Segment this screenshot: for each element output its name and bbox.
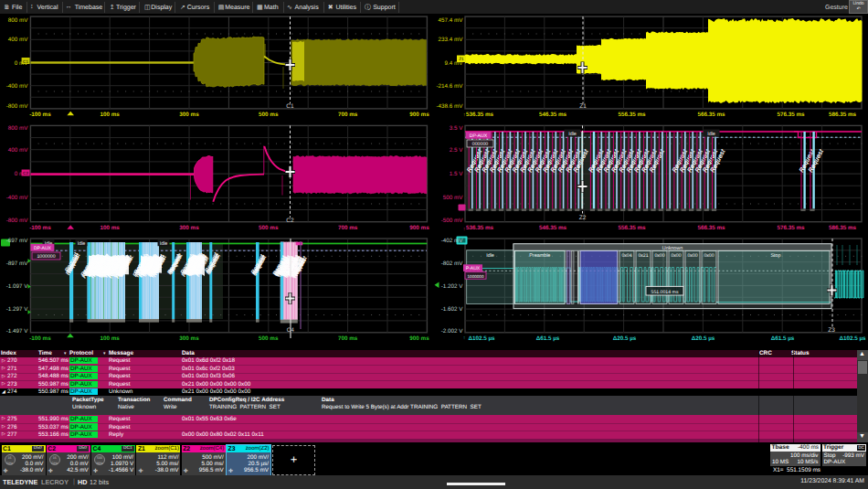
svg-text:566.35 ms: 566.35 ms xyxy=(697,225,725,231)
svg-text:900 ms: 900 ms xyxy=(409,112,429,118)
svg-text:3.5 V: 3.5 V xyxy=(450,125,464,132)
svg-text:-1.297 V: -1.297 V xyxy=(6,306,29,313)
svg-text:000000: 000000 xyxy=(472,142,488,147)
svg-text:Δ61.5 µs: Δ61.5 µs xyxy=(536,335,560,342)
svg-text:900 ms: 900 ms xyxy=(409,225,429,231)
svg-text:100 ms: 100 ms xyxy=(101,335,121,342)
svg-text:586.35 ms: 586.35 ms xyxy=(829,112,857,118)
svg-text:↑: ↑ xyxy=(463,335,466,341)
svg-text:-100 ms: -100 ms xyxy=(29,112,51,118)
svg-text:-800 mV: -800 mV xyxy=(6,218,29,224)
svg-text:Idle: Idle xyxy=(707,132,715,137)
svg-text:C4: C4 xyxy=(287,327,295,334)
svg-text:-400 mV: -400 mV xyxy=(6,195,29,201)
svg-text:500 mV: 500 mV xyxy=(443,195,464,201)
svg-text:400 mV: 400 mV xyxy=(8,147,29,154)
svg-text:-400 mV: -400 mV xyxy=(6,83,29,90)
svg-text:536.35 ms: 536.35 ms xyxy=(466,112,494,118)
svg-text:Z3: Z3 xyxy=(828,327,835,334)
svg-text:1000000: 1000000 xyxy=(468,274,484,279)
svg-text:↑: ↑ xyxy=(463,227,466,232)
svg-text:536.35 ms: 536.35 ms xyxy=(466,225,494,231)
svg-text:-697 mV: -697 mV xyxy=(6,238,29,244)
svg-text:-802 mV: -802 mV xyxy=(441,260,464,267)
svg-text:586.35 ms: 586.35 ms xyxy=(829,225,857,231)
svg-text:C2: C2 xyxy=(286,218,294,224)
svg-text:300 ms: 300 ms xyxy=(179,112,199,118)
svg-text:900 ms: 900 ms xyxy=(409,335,429,342)
svg-text:Idle: Idle xyxy=(568,132,577,137)
svg-text:C1: C1 xyxy=(286,103,294,110)
svg-text:0x00: 0x00 xyxy=(654,253,664,259)
svg-text:DP-AUX: DP-AUX xyxy=(470,133,488,139)
svg-text:P-AUX: P-AUX xyxy=(466,266,481,271)
svg-text:-800 mV: -800 mV xyxy=(6,103,29,110)
svg-text:-1.602 V: -1.602 V xyxy=(441,306,464,313)
svg-text:Z1: Z1 xyxy=(579,103,587,110)
svg-text:100 ms: 100 ms xyxy=(101,225,121,231)
svg-text:Idle: Idle xyxy=(160,241,168,247)
svg-text:↑: ↑ xyxy=(463,112,466,118)
svg-text:800 mV: 800 mV xyxy=(8,125,29,132)
svg-text:Δ102.5 µs: Δ102.5 µs xyxy=(468,335,495,342)
svg-text:551.0014 ms: 551.0014 ms xyxy=(651,290,679,295)
svg-text:-2.002 V: -2.002 V xyxy=(441,328,464,335)
svg-text:0x04: 0x04 xyxy=(621,253,631,259)
svg-text:-214.6 mV: -214.6 mV xyxy=(436,83,463,90)
svg-text:0x00: 0x00 xyxy=(671,253,681,259)
svg-text:500 ms: 500 ms xyxy=(259,335,279,342)
svg-text:9.4 mV: 9.4 mV xyxy=(445,60,464,67)
svg-text:700 ms: 700 ms xyxy=(338,112,358,118)
svg-text:0x21: 0x21 xyxy=(638,253,648,259)
svg-text:-897 mV: -897 mV xyxy=(6,260,29,267)
svg-text:1.5 V: 1.5 V xyxy=(450,171,464,177)
svg-text:DP-AUX: DP-AUX xyxy=(34,246,52,251)
svg-text:400 mV: 400 mV xyxy=(8,37,29,43)
svg-text:Stop: Stop xyxy=(770,253,780,259)
svg-text:C2: C2 xyxy=(23,171,28,175)
svg-text:Idle: Idle xyxy=(78,241,86,247)
svg-text:556.35 ms: 556.35 ms xyxy=(618,225,646,231)
svg-text:Δ102.5 µs: Δ102.5 µs xyxy=(839,335,866,342)
svg-text:0x00: 0x00 xyxy=(687,253,697,259)
svg-text:576.35 ms: 576.35 ms xyxy=(777,225,805,231)
svg-text:700 ms: 700 ms xyxy=(338,335,358,342)
svg-text:233.4 mV: 233.4 mV xyxy=(439,37,464,43)
svg-text:-1.097 V: -1.097 V xyxy=(6,283,29,290)
svg-text:-1.202 V: -1.202 V xyxy=(441,283,464,290)
svg-text:300 ms: 300 ms xyxy=(179,225,199,231)
svg-text:Δ20.5 µs: Δ20.5 µs xyxy=(613,335,637,342)
svg-text:Δ20.5 µs: Δ20.5 µs xyxy=(692,335,715,342)
svg-text:-100 ms: -100 ms xyxy=(29,335,51,342)
svg-text:Unknown: Unknown xyxy=(662,246,683,251)
svg-text:Δ61.5 µs: Δ61.5 µs xyxy=(771,335,795,342)
svg-text:700 ms: 700 ms xyxy=(338,225,358,231)
svg-text:457.4 mV: 457.4 mV xyxy=(439,17,464,24)
svg-text:100 ms: 100 ms xyxy=(101,112,121,118)
svg-text:1000000: 1000000 xyxy=(37,254,55,260)
svg-text:300 ms: 300 ms xyxy=(179,335,199,342)
svg-text:Idle: Idle xyxy=(486,253,494,259)
svg-text:2.5 V: 2.5 V xyxy=(450,147,464,154)
svg-text:0x00: 0x00 xyxy=(704,253,714,259)
svg-text:546.35 ms: 546.35 ms xyxy=(539,225,567,231)
svg-text:C1: C1 xyxy=(23,59,28,64)
svg-text:546.35 ms: 546.35 ms xyxy=(539,112,567,118)
svg-text:-500 mV: -500 mV xyxy=(441,218,464,224)
svg-text:-100 ms: -100 ms xyxy=(29,225,51,231)
svg-text:Z2: Z2 xyxy=(579,215,587,221)
svg-text:500 ms: 500 ms xyxy=(259,112,279,118)
svg-text:576.35 ms: 576.35 ms xyxy=(777,112,805,118)
svg-text:-438.6 mV: -438.6 mV xyxy=(436,103,463,110)
svg-text:Preamble: Preamble xyxy=(529,253,550,259)
svg-text:566.35 ms: 566.35 ms xyxy=(697,112,725,118)
svg-text:500 ms: 500 ms xyxy=(259,225,279,231)
svg-text:-1.497 V: -1.497 V xyxy=(6,328,29,335)
svg-text:556.35 ms: 556.35 ms xyxy=(618,112,646,118)
svg-text:-402 mV: -402 mV xyxy=(441,238,464,244)
svg-text:800 mV: 800 mV xyxy=(8,17,29,24)
